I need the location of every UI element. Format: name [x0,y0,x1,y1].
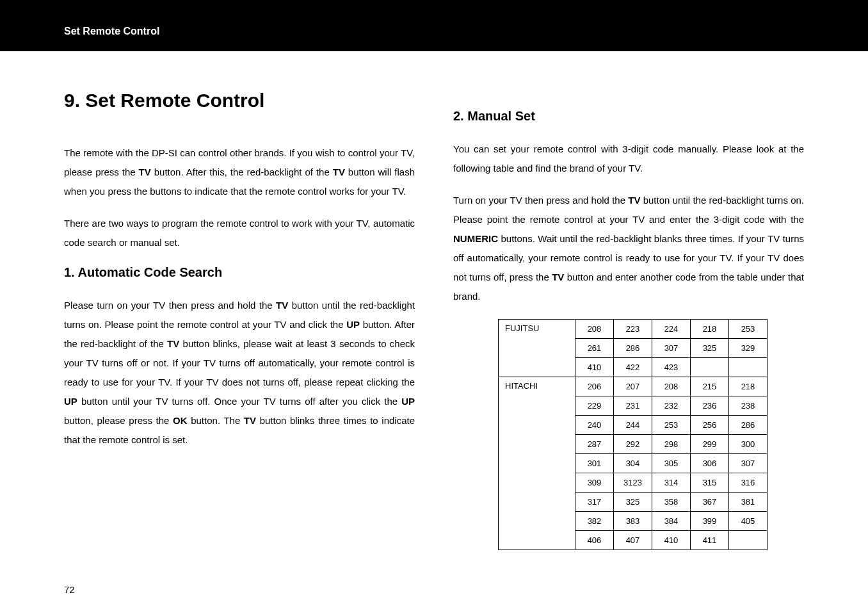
header-bar: Set Remote Control [0,0,868,51]
code-cell: 229 [575,396,614,416]
code-cell: 231 [614,396,652,416]
code-cell: 399 [691,512,729,531]
page-number: 72 [64,584,75,595]
main-title: 9. Set Remote Control [64,90,415,111]
code-cell: 301 [575,454,614,473]
table-row: FUJITSU208223224218253 [499,320,768,339]
intro-paragraph-2: There are two ways to program the remote… [64,214,415,252]
code-cell: 407 [614,531,652,550]
code-cell: 300 [729,435,768,454]
code-cell: 358 [652,493,691,512]
right-column: 2. Manual Set You can set your remote co… [453,90,804,550]
code-cell: 286 [729,416,768,435]
code-cell [729,358,768,377]
code-cell: 253 [652,416,691,435]
code-cell: 238 [729,396,768,416]
brand-cell: FUJITSU [499,320,575,377]
code-cell: 381 [729,493,768,512]
code-cell: 309 [575,473,614,493]
code-cell: 315 [691,473,729,493]
left-column: 9. Set Remote Control The remote with th… [64,90,415,550]
brand-cell: HITACHI [499,377,575,550]
code-cell: 299 [691,435,729,454]
code-cell: 215 [691,377,729,396]
section2-heading: 2. Manual Set [453,109,804,124]
code-cell: 317 [575,493,614,512]
code-cell: 367 [691,493,729,512]
code-table: FUJITSU208223224218253261286307325329410… [498,319,768,550]
header-title: Set Remote Control [64,26,159,37]
code-cell: 218 [729,377,768,396]
code-cell: 384 [652,512,691,531]
code-cell: 410 [652,531,691,550]
code-cell: 307 [652,339,691,358]
code-cell: 329 [729,339,768,358]
code-cell: 406 [575,531,614,550]
code-cell: 422 [614,358,652,377]
code-cell: 382 [575,512,614,531]
code-cell: 325 [614,493,652,512]
code-cell: 3123 [614,473,652,493]
code-cell: 232 [652,396,691,416]
code-cell: 287 [575,435,614,454]
code-cell: 261 [575,339,614,358]
code-cell [691,358,729,377]
code-cell: 292 [614,435,652,454]
code-cell: 298 [652,435,691,454]
code-table-body: FUJITSU208223224218253261286307325329410… [499,320,768,550]
code-cell [729,531,768,550]
code-cell: 405 [729,512,768,531]
code-cell: 207 [614,377,652,396]
code-cell: 286 [614,339,652,358]
code-cell: 244 [614,416,652,435]
code-cell: 411 [691,531,729,550]
code-cell: 236 [691,396,729,416]
code-cell: 306 [691,454,729,473]
code-cell: 304 [614,454,652,473]
table-row: HITACHI206207208215218 [499,377,768,396]
section1-body: Please turn on your TV then press and ho… [64,296,415,450]
code-cell: 314 [652,473,691,493]
code-cell: 256 [691,416,729,435]
code-cell: 410 [575,358,614,377]
code-cell: 423 [652,358,691,377]
section1-heading: 1. Automatic Code Search [64,265,415,280]
code-cell: 208 [575,320,614,339]
code-cell: 218 [691,320,729,339]
content-area: 9. Set Remote Control The remote with th… [0,51,868,550]
code-cell: 240 [575,416,614,435]
code-cell: 316 [729,473,768,493]
code-cell: 325 [691,339,729,358]
section2-body2: Turn on your TV then press and hold the … [453,191,804,306]
code-cell: 305 [652,454,691,473]
code-cell: 383 [614,512,652,531]
code-cell: 224 [652,320,691,339]
code-cell: 253 [729,320,768,339]
code-cell: 223 [614,320,652,339]
code-cell: 307 [729,454,768,473]
intro-paragraph-1: The remote with the DP-SI can control ot… [64,143,415,201]
section2-body1: You can set your remote control with 3-d… [453,140,804,178]
code-cell: 206 [575,377,614,396]
code-cell: 208 [652,377,691,396]
